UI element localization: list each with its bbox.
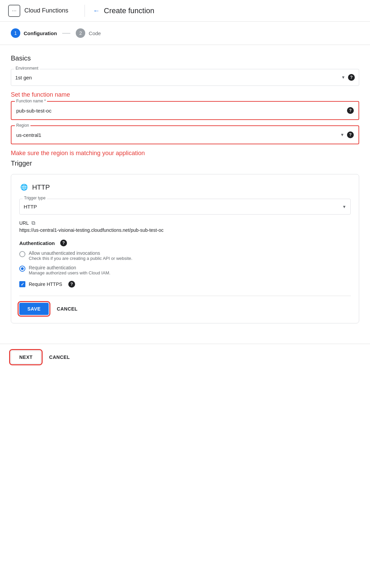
step-1-circle: 1: [11, 28, 20, 38]
environment-help-icon[interactable]: ?: [348, 74, 355, 81]
trigger-type-dropdown-icon: ▼: [342, 204, 346, 209]
trigger-button-row: SAVE CANCEL: [19, 296, 351, 315]
radio-require-auth[interactable]: Require authentication Manage authorized…: [19, 265, 351, 275]
radio-allow-unauth-sub: Check this if you are creating a public …: [29, 256, 132, 261]
trigger-card: 🌐 HTTP Trigger type ▼ URL ⧉ https://us-c…: [11, 174, 359, 323]
function-name-input[interactable]: [16, 108, 344, 114]
page-title: Create function: [104, 6, 154, 15]
radio-allow-unauth-text: Allow unauthenticated invocations Check …: [29, 250, 132, 261]
https-checkbox[interactable]: [19, 281, 25, 287]
auth-title-row: Authentication ?: [19, 240, 351, 246]
region-help-icon[interactable]: ?: [347, 131, 354, 138]
function-name-wrapper[interactable]: ?: [12, 102, 358, 119]
environment-field: Environment ▼ ?: [11, 69, 359, 86]
environment-label: Environment: [14, 66, 40, 71]
step-2-label: Code: [89, 30, 101, 36]
basics-section-title: Basics: [11, 54, 359, 62]
step-2: 2 Code: [76, 28, 101, 38]
region-select-wrapper[interactable]: ▼ ?: [12, 127, 358, 143]
environment-dropdown-icon: ▼: [341, 75, 345, 80]
app-header: ··· Cloud Functions ← Create function: [0, 0, 370, 22]
trigger-section-title: Trigger: [11, 160, 359, 167]
function-name-label: Function name *: [15, 99, 47, 103]
step-1-label: Configuration: [24, 30, 57, 36]
app-title: Cloud Functions: [24, 7, 68, 14]
next-button[interactable]: NEXT: [11, 351, 41, 364]
url-label: URL: [19, 220, 29, 226]
trigger-type-select-wrapper[interactable]: ▼: [19, 199, 351, 215]
trigger-type-input[interactable]: [24, 204, 341, 210]
region-label: Region: [15, 123, 30, 128]
step-1: 1 Configuration: [11, 28, 57, 38]
url-value: https://us-central1-visionai-testing.clo…: [19, 227, 351, 233]
trigger-type-label: Trigger type: [23, 196, 47, 200]
back-button[interactable]: ← Create function: [93, 6, 154, 15]
cancel-bottom-button[interactable]: CANCEL: [46, 351, 72, 363]
copy-url-icon[interactable]: ⧉: [31, 220, 35, 226]
save-button[interactable]: SAVE: [19, 303, 49, 315]
step-2-circle: 2: [76, 28, 85, 38]
cancel-trigger-button[interactable]: CANCEL: [54, 303, 80, 315]
main-content: Basics Environment ▼ ? Set the function …: [0, 45, 370, 341]
radio-allow-unauth-btn[interactable]: [19, 251, 25, 257]
https-help-icon[interactable]: ?: [68, 281, 75, 288]
radio-allow-unauth-main: Allow unauthenticated invocations: [29, 250, 132, 256]
region-dropdown-icon: ▼: [340, 132, 344, 137]
trigger-header: 🌐 HTTP: [19, 182, 351, 192]
radio-require-auth-text: Require authentication Manage authorized…: [29, 265, 110, 275]
url-row: URL ⧉: [19, 220, 351, 226]
annotation-function-name: Set the function name: [11, 91, 359, 98]
auth-help-icon[interactable]: ?: [60, 240, 67, 246]
environment-select-wrapper[interactable]: ▼ ?: [11, 69, 359, 86]
radio-require-auth-btn[interactable]: [19, 266, 25, 272]
back-arrow-icon[interactable]: ←: [93, 7, 100, 15]
bottom-bar: NEXT CANCEL: [0, 344, 370, 370]
annotation-region: Make sure the region is matching your ap…: [11, 150, 359, 157]
trigger-type-field: Trigger type ▼: [19, 199, 351, 215]
logo-icon: ···: [8, 5, 20, 17]
radio-allow-unauth[interactable]: Allow unauthenticated invocations Check …: [19, 250, 351, 261]
stepper: 1 Configuration 2 Code: [0, 22, 370, 45]
app-logo: ··· Cloud Functions: [8, 5, 68, 17]
https-label: Require HTTPS: [29, 281, 62, 287]
function-name-help-icon[interactable]: ?: [347, 107, 354, 114]
http-globe-icon: 🌐: [19, 182, 29, 192]
radio-require-auth-sub: Manage authorized users with Cloud IAM.: [29, 270, 110, 275]
radio-require-auth-main: Require authentication: [29, 265, 110, 270]
step-connector: [62, 33, 70, 33]
auth-title-label: Authentication: [19, 240, 55, 246]
environment-input[interactable]: [15, 75, 340, 80]
https-checkbox-row: Require HTTPS ?: [19, 281, 351, 288]
function-name-field: Function name * ?: [11, 101, 359, 120]
region-input[interactable]: [16, 132, 339, 138]
header-divider: [85, 5, 85, 17]
trigger-http-label: HTTP: [32, 183, 50, 191]
region-field: Region ▼ ?: [11, 125, 359, 144]
